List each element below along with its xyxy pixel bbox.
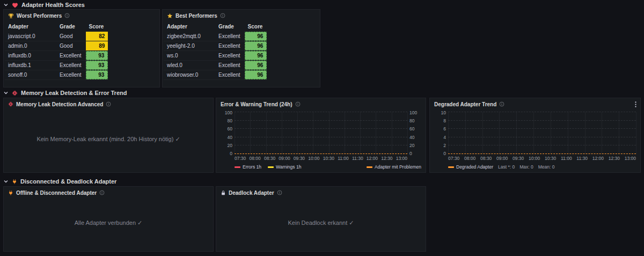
x-axis-tick-label: 07:30 bbox=[448, 156, 459, 161]
legend-item[interactable]: Errors 1h bbox=[235, 164, 261, 170]
panel-header: Offline & Disconnected Adapter bbox=[4, 187, 213, 199]
panel-menu-icon[interactable] bbox=[635, 101, 636, 108]
column-header: Adapter bbox=[5, 22, 56, 32]
panel-title[interactable]: Error & Warning Trend (24h) bbox=[221, 101, 292, 107]
table-row: javascript.0Good82 bbox=[5, 32, 108, 41]
chevron-down-icon[interactable] bbox=[3, 179, 9, 184]
gridline-vertical bbox=[533, 112, 534, 154]
panel-worst-performers: Worst Performers AdapterGradeScorejavasc… bbox=[3, 9, 160, 87]
info-icon[interactable] bbox=[220, 13, 225, 18]
panel-header: Degraded Adapter Trend bbox=[430, 98, 640, 110]
info-icon[interactable] bbox=[106, 101, 111, 107]
gridline-vertical bbox=[636, 112, 636, 154]
score-cell: 96 bbox=[245, 41, 267, 51]
adapter-cell: wiobrowser.0 bbox=[164, 70, 215, 80]
legend-marker bbox=[235, 166, 240, 168]
panel-header: Deadlock Adapter bbox=[216, 187, 426, 199]
column-header: Adapter bbox=[164, 22, 215, 32]
score-badge: 96 bbox=[245, 61, 267, 70]
panel-deadlock-adapter: Deadlock Adapter Kein Deadlock erkannt ✓ bbox=[216, 186, 426, 252]
gridline-horizontal bbox=[235, 137, 407, 137]
y-axis-tick-label: 6 bbox=[434, 126, 446, 131]
gridline-horizontal bbox=[235, 112, 407, 112]
panel-title[interactable]: Offline & Disconnected Adapter bbox=[16, 190, 97, 196]
legend-item[interactable]: Degraded AdapterLast *: 0Max: 0Mean: 0 bbox=[448, 164, 554, 170]
info-icon[interactable] bbox=[64, 13, 70, 18]
y-axis-tick-label: 40 bbox=[221, 135, 232, 140]
x-axis-tick-label: 09:30 bbox=[513, 156, 524, 161]
gridline-vertical bbox=[376, 112, 376, 154]
panel-title[interactable]: Best Performers bbox=[175, 13, 217, 19]
legend-label: Degraded Adapter bbox=[456, 164, 493, 170]
memory-chip-icon bbox=[8, 101, 13, 107]
gridline-horizontal bbox=[235, 128, 407, 129]
y-axis-tick-label: 10 bbox=[434, 110, 446, 115]
memory-leak-status-message: Kein Memory-Leak erkannt (mind. 20h Hist… bbox=[8, 110, 209, 168]
y-axis-tick-label: 8 bbox=[434, 118, 446, 123]
chevron-down-icon[interactable] bbox=[3, 2, 9, 8]
info-icon[interactable] bbox=[295, 101, 301, 107]
table-header-row: AdapterGradeScore bbox=[5, 22, 108, 32]
info-icon[interactable] bbox=[99, 190, 105, 195]
legend-stat: Max: 0 bbox=[519, 164, 533, 170]
y-axis-left: 100806040200 bbox=[221, 110, 232, 156]
table-row: influxdb.1Excellent93 bbox=[5, 61, 108, 70]
y-axis-tick-label: 100 bbox=[221, 110, 232, 115]
info-icon[interactable] bbox=[277, 190, 282, 195]
panel-header: Worst Performers bbox=[4, 10, 159, 21]
grade-cell: Good bbox=[56, 32, 86, 41]
score-cell: 93 bbox=[86, 51, 108, 61]
legend-item[interactable]: Warnings 1h bbox=[268, 164, 301, 170]
panel-title[interactable]: Worst Performers bbox=[17, 13, 62, 19]
gridline-vertical bbox=[585, 112, 586, 154]
gridline-vertical bbox=[448, 112, 449, 154]
x-axis-tick-label: 09:30 bbox=[294, 156, 305, 161]
row-header-adapter-health[interactable]: Adapter Health Scores bbox=[3, 1, 85, 9]
table-row: sonoff.0Excellent93 bbox=[5, 70, 108, 80]
column-header: Score bbox=[86, 22, 108, 32]
score-cell: 96 bbox=[245, 51, 267, 61]
y-axis-tick-label: 80 bbox=[409, 118, 421, 123]
x-axis-tick-label: 11:00 bbox=[338, 156, 349, 161]
x-axis-tick-label: 09:00 bbox=[496, 156, 508, 161]
table-header-row: AdapterGradeScore bbox=[164, 22, 267, 32]
plug-icon bbox=[8, 190, 13, 196]
table-row: ws.0Excellent96 bbox=[164, 51, 267, 61]
score-badge: 82 bbox=[86, 32, 108, 41]
gridline-vertical bbox=[282, 112, 282, 154]
x-axis-tick-label: 07:30 bbox=[235, 156, 246, 161]
panel-header: Best Performers bbox=[163, 10, 320, 21]
legend-stat: Last *: 0 bbox=[498, 164, 515, 170]
x-axis-tick-label: 13:00 bbox=[625, 156, 636, 161]
row-header-memory-leak[interactable]: Memory Leak Detection & Error Trend bbox=[3, 89, 127, 97]
gridline-vertical bbox=[568, 112, 568, 154]
legend-item[interactable]: Adapter mit Problemen bbox=[367, 164, 421, 170]
chevron-down-icon[interactable] bbox=[3, 90, 9, 96]
legend-label: Errors 1h bbox=[243, 164, 261, 170]
adapter-cell: wled.0 bbox=[164, 61, 215, 70]
x-axis-tick-label: 11:00 bbox=[561, 156, 572, 161]
score-badge: 93 bbox=[86, 61, 108, 70]
gridline-horizontal bbox=[235, 145, 407, 145]
gridline-vertical bbox=[619, 112, 619, 154]
panel-title[interactable]: Memory Leak Detection Advanced bbox=[16, 101, 103, 107]
chart-area: 100806040200 100806040200 bbox=[221, 112, 421, 154]
column-header: Grade bbox=[215, 22, 245, 32]
y-axis-tick-label: 20 bbox=[221, 143, 232, 148]
panel-title[interactable]: Degraded Adapter Trend bbox=[434, 101, 496, 107]
info-icon[interactable] bbox=[499, 101, 504, 107]
row-header-disconnected[interactable]: Disconnected & Deadlock Adapter bbox=[3, 178, 116, 185]
panel-header: Error & Warning Trend (24h) bbox=[216, 98, 426, 110]
x-axis: 07:3008:0008:3009:0009:3010:0010:3011:00… bbox=[448, 156, 636, 161]
star-icon bbox=[167, 13, 173, 19]
x-axis-tick-label: 08:00 bbox=[464, 156, 475, 161]
memory-chip-icon bbox=[12, 90, 18, 96]
panel-title[interactable]: Deadlock Adapter bbox=[229, 190, 274, 196]
grade-cell: Excellent bbox=[215, 32, 245, 41]
y-axis-tick-label: 60 bbox=[221, 126, 232, 131]
grade-cell: Excellent bbox=[215, 51, 245, 61]
score-badge: 96 bbox=[245, 51, 267, 60]
gridline-vertical bbox=[266, 112, 267, 154]
panel-memory-leak-detection: Memory Leak Detection Advanced Kein Memo… bbox=[3, 98, 214, 173]
adapter-cell: sonoff.0 bbox=[5, 70, 56, 80]
